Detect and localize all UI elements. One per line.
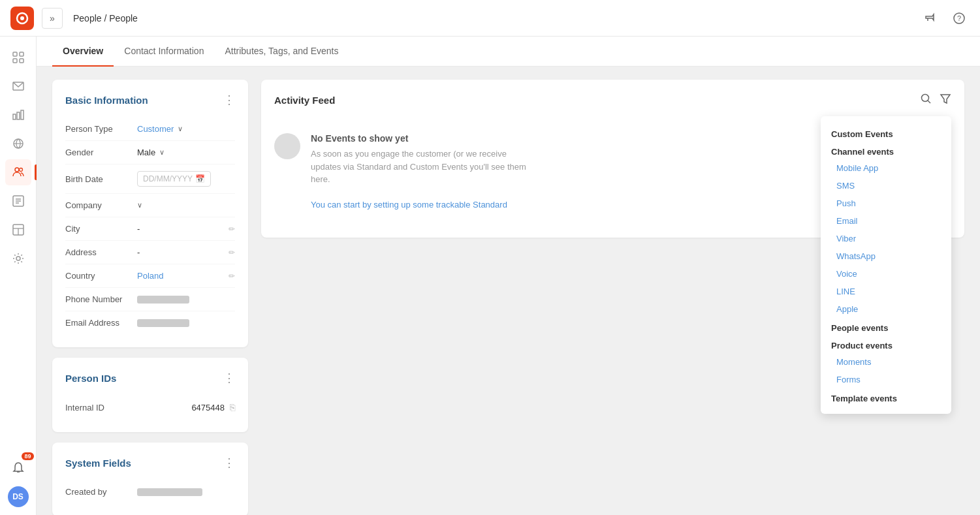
city-label: City (65, 224, 137, 234)
city-row: City - ✏ (65, 217, 235, 241)
content-area: Overview Contact Information Attributes,… (37, 37, 980, 515)
no-events-title: No Events to show yet (311, 133, 533, 144)
template-events-title: Template events (821, 388, 951, 406)
notification-count: 89 (22, 452, 33, 460)
svg-point-26 (922, 95, 929, 102)
sidebar-item-campaigns[interactable] (5, 188, 31, 214)
system-fields-title: System Fields (65, 458, 131, 469)
sidebar-item-inbox[interactable] (5, 73, 31, 99)
channel-item-viber[interactable]: Viber (821, 230, 951, 247)
company-value[interactable]: ∨ (137, 201, 235, 210)
calendar-icon: 📅 (195, 174, 205, 183)
svg-rect-7 (13, 59, 17, 63)
person-ids-title: Person IDs (65, 373, 116, 384)
activity-feed-title: Activity Feed (274, 95, 335, 106)
announcements-icon[interactable] (920, 8, 941, 29)
sidebar-item-analytics[interactable] (5, 102, 31, 128)
channel-item-voice[interactable]: Voice (821, 265, 951, 283)
sidebar-toggle[interactable]: » (42, 8, 63, 29)
tabs-bar: Overview Contact Information Attributes,… (37, 37, 980, 67)
country-row: Country Poland ✏ (65, 264, 235, 288)
address-row: Address - ✏ (65, 241, 235, 264)
gender-value[interactable]: Male ∨ (137, 148, 235, 157)
system-fields-menu-icon[interactable]: ⋮ (223, 456, 235, 470)
tab-attributes[interactable]: Attributes, Tags, and Events (214, 37, 349, 67)
copy-id-icon[interactable]: ⎘ (230, 402, 235, 413)
tab-contact[interactable]: Contact Information (114, 37, 214, 67)
email-label: Email Address (65, 318, 137, 328)
product-item-moments[interactable]: Moments (821, 353, 951, 371)
svg-rect-10 (13, 114, 16, 119)
birth-date-value: DD/MM/YYYY 📅 (137, 171, 235, 187)
birth-date-input[interactable]: DD/MM/YYYY 📅 (137, 171, 211, 187)
svg-point-24 (16, 257, 20, 260)
created-by-row: Created by (65, 480, 235, 503)
svg-rect-12 (21, 110, 24, 119)
scroll-content: Basic Information ⋮ Person Type Customer… (37, 67, 980, 515)
svg-marker-28 (941, 95, 950, 103)
internal-id-value: 6475448 (191, 403, 225, 413)
system-fields-card: System Fields ⋮ Created by (52, 443, 248, 515)
city-value: - ✏ (137, 224, 235, 234)
user-avatar[interactable]: DS (8, 486, 29, 507)
sidebar-item-segments[interactable] (5, 131, 31, 157)
sidebar-item-settings[interactable] (5, 245, 31, 272)
main-layout: 89 DS Overview Contact Information Attri… (0, 37, 980, 515)
search-icon[interactable] (920, 93, 932, 107)
help-icon[interactable]: ? (949, 8, 970, 29)
company-label: Company (65, 200, 137, 210)
birth-date-row: Birth Date DD/MM/YYYY 📅 (65, 164, 235, 194)
channel-item-email[interactable]: Email (821, 212, 951, 230)
no-events-description: As soon as you engage the customer (or w… (311, 148, 533, 211)
notifications-button[interactable]: 89 (5, 455, 31, 481)
no-events-text-container: No Events to show yet As soon as you eng… (311, 133, 533, 211)
sidebar-item-dashboard[interactable] (5, 44, 31, 70)
created-by-value (137, 488, 235, 496)
address-edit-icon[interactable]: ✏ (229, 248, 235, 257)
no-events-link[interactable]: You can start by setting up some trackab… (311, 200, 507, 210)
gender-chevron: ∨ (159, 148, 165, 157)
svg-point-16 (19, 168, 22, 172)
sidebar-item-templates[interactable] (5, 217, 31, 243)
tab-overview[interactable]: Overview (52, 37, 114, 67)
channel-item-apple[interactable]: Apple (821, 300, 951, 318)
basic-info-title: Basic Information (65, 95, 148, 106)
internal-id-label: Internal ID (65, 403, 191, 413)
person-type-row: Person Type Customer ∨ (65, 117, 235, 141)
person-type-chevron: ∨ (178, 125, 183, 133)
city-edit-icon[interactable]: ✏ (229, 225, 235, 234)
country-value: Poland ✏ (137, 271, 235, 281)
sidebar: 89 DS (0, 37, 37, 515)
right-column: Activity Feed No (261, 80, 964, 502)
person-ids-menu-icon[interactable]: ⋮ (223, 371, 235, 385)
basic-info-header: Basic Information ⋮ (65, 93, 235, 107)
gender-label: Gender (65, 148, 137, 157)
activity-feed-actions (920, 93, 951, 107)
created-by-blurred (137, 488, 202, 496)
filter-icon[interactable] (940, 93, 951, 107)
channel-item-whatsapp[interactable]: WhatsApp (821, 247, 951, 265)
phone-label: Phone Number (65, 294, 137, 304)
svg-rect-5 (13, 52, 17, 56)
country-edit-icon[interactable]: ✏ (229, 272, 235, 281)
system-fields-header: System Fields ⋮ (65, 456, 235, 470)
phone-row: Phone Number (65, 288, 235, 311)
basic-info-menu-icon[interactable]: ⋮ (223, 93, 235, 107)
sidebar-item-people[interactable] (5, 159, 31, 185)
email-value (137, 319, 235, 327)
person-type-value[interactable]: Customer ∨ (137, 124, 235, 134)
channel-item-mobile-app[interactable]: Mobile App (821, 159, 951, 177)
product-events-title: Product events (821, 336, 951, 353)
sidebar-bottom: 89 DS (5, 455, 31, 507)
svg-rect-8 (20, 59, 24, 63)
custom-events-title: Custom Events (821, 124, 951, 142)
product-item-forms[interactable]: Forms (821, 371, 951, 388)
gender-row: Gender Male ∨ (65, 141, 235, 164)
channel-item-sms[interactable]: SMS (821, 177, 951, 195)
birth-date-label: Birth Date (65, 174, 137, 184)
svg-point-1 (20, 16, 24, 20)
channel-item-line[interactable]: LINE (821, 283, 951, 300)
app-logo[interactable] (10, 7, 34, 30)
channel-item-push[interactable]: Push (821, 195, 951, 212)
person-ids-header: Person IDs ⋮ (65, 371, 235, 385)
